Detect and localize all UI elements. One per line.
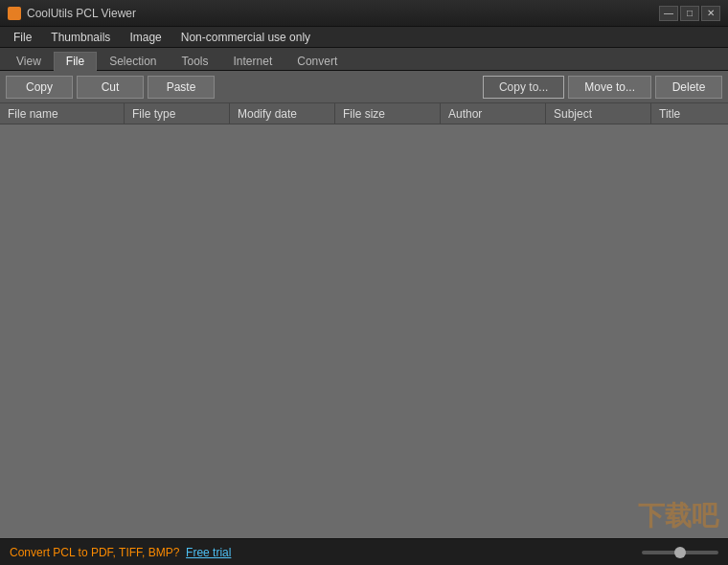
close-button[interactable]: ✕: [701, 6, 720, 21]
col-filename[interactable]: File name: [0, 103, 125, 124]
tab-file[interactable]: File: [54, 52, 97, 71]
app-window: CoolUtils PCL Viewer — □ ✕ File Thumbnai…: [0, 0, 728, 565]
tab-internet[interactable]: Internet: [221, 51, 285, 70]
tab-selection[interactable]: Selection: [97, 51, 169, 70]
window-controls: — □ ✕: [659, 6, 720, 21]
col-filetype[interactable]: File type: [125, 103, 230, 124]
menu-bar: File Thumbnails Image Non-commercial use…: [0, 27, 728, 48]
status-label: Convert PCL to PDF, TIFF, BMP?: [10, 546, 179, 559]
tab-tools[interactable]: Tools: [170, 51, 221, 70]
cut-button[interactable]: Cut: [77, 76, 144, 99]
app-icon: [8, 7, 21, 20]
move-to-button[interactable]: Move to...: [568, 76, 651, 99]
status-bar: Convert PCL to PDF, TIFF, BMP? Free tria…: [0, 538, 728, 565]
status-text: Convert PCL to PDF, TIFF, BMP? Free tria…: [10, 546, 231, 559]
toolbar: Copy Cut Paste Copy to... Move to... Del…: [0, 71, 728, 103]
tab-bar: View File Selection Tools Internet Conve…: [0, 48, 728, 71]
slider-thumb[interactable]: [674, 547, 686, 558]
app-title: CoolUtils PCL Viewer: [27, 7, 136, 20]
menu-file[interactable]: File: [4, 27, 41, 48]
col-filesize[interactable]: File size: [335, 103, 441, 124]
title-text: CoolUtils PCL Viewer: [8, 7, 136, 20]
tab-view[interactable]: View: [4, 51, 54, 70]
copy-to-button[interactable]: Copy to...: [483, 76, 564, 99]
copy-button[interactable]: Copy: [6, 76, 73, 99]
delete-button[interactable]: Delete: [655, 76, 722, 99]
slider-container: [642, 551, 718, 554]
maximize-button[interactable]: □: [680, 6, 699, 21]
col-subject[interactable]: Subject: [546, 103, 651, 124]
menu-image[interactable]: Image: [120, 27, 171, 48]
free-trial-link[interactable]: Free trial: [186, 546, 231, 559]
paste-button[interactable]: Paste: [148, 76, 215, 99]
zoom-slider[interactable]: [642, 551, 718, 554]
column-headers: File name File type Modify date File siz…: [0, 103, 728, 124]
menu-thumbnails[interactable]: Thumbnails: [41, 27, 120, 48]
file-list-area: [0, 124, 728, 565]
title-bar: CoolUtils PCL Viewer — □ ✕: [0, 0, 728, 27]
menu-noncommercial[interactable]: Non-commercial use only: [171, 27, 320, 48]
tab-convert[interactable]: Convert: [284, 51, 350, 70]
col-author[interactable]: Author: [441, 103, 546, 124]
minimize-button[interactable]: —: [659, 6, 678, 21]
col-modifydate[interactable]: Modify date: [230, 103, 335, 124]
col-title[interactable]: Title: [651, 103, 728, 124]
